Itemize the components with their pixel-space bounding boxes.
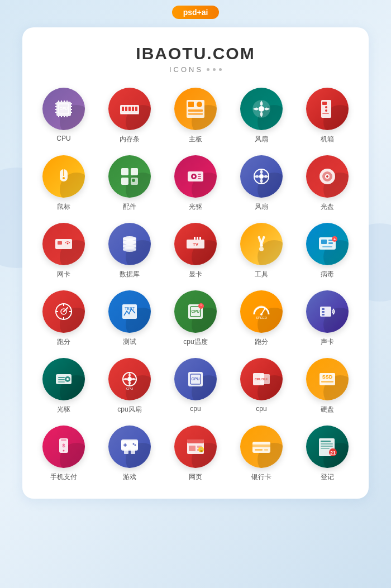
svg-text:CPU: CPU — [192, 377, 200, 381]
icon-circle-case[interactable] — [306, 88, 349, 130]
svg-rect-21 — [125, 107, 127, 111]
svg-rect-103 — [322, 311, 325, 313]
icon-item-tools: 工具 — [231, 223, 292, 279]
icon-circle-benchmark2[interactable]: SPEED — [240, 290, 283, 333]
svg-rect-43 — [131, 168, 138, 175]
icon-circle-fan2[interactable] — [240, 155, 283, 198]
icon-circle-login[interactable]: 21 — [306, 426, 349, 468]
icon-circle-cpu[interactable]: CPU — [42, 88, 85, 130]
icon-label-gpu: 显卡 — [189, 270, 202, 279]
svg-point-33 — [259, 106, 264, 112]
icon-label-mouse: 鼠标 — [57, 202, 70, 212]
card-title: IBAOTU.COM — [34, 44, 357, 63]
icon-circle-ssd[interactable]: SSD — [306, 358, 349, 400]
svg-text:SLI: SLI — [262, 377, 268, 381]
icon-label-cpufan: cpu风扇 — [117, 405, 141, 414]
icon-circle-disc[interactable] — [306, 155, 349, 198]
icon-item-login: 21登记 — [297, 426, 357, 482]
icon-label-cputemp: cpu温度 — [183, 337, 207, 347]
icon-label-disc: 光盘 — [321, 202, 334, 212]
icon-circle-motherboard[interactable] — [174, 88, 217, 130]
icon-item-test: TEST测试 — [99, 290, 160, 347]
svg-point-28 — [197, 102, 202, 107]
svg-rect-110 — [58, 381, 65, 383]
svg-text:TV: TV — [193, 242, 199, 247]
icon-circle-mobilepay[interactable]: $ — [42, 426, 85, 468]
icon-label-webpage: 网页 — [189, 472, 202, 482]
icon-item-cpu2: CPUcpu — [165, 358, 226, 414]
icon-item-game: 游戏 — [99, 426, 160, 482]
icon-circle-webpage[interactable]: 🔒 — [174, 426, 217, 468]
icon-item-cdrom: 光驱 — [165, 155, 226, 212]
icon-item-gpu: TV显卡 — [165, 223, 226, 279]
icon-circle-ram[interactable] — [108, 88, 151, 130]
icon-circle-cdrom2[interactable] — [42, 358, 85, 400]
icon-item-ssd: SSD硬盘 — [297, 358, 357, 414]
icon-item-mobilepay: $手机支付 — [34, 426, 94, 482]
svg-rect-51 — [198, 176, 201, 177]
icon-circle-gpu[interactable]: TV — [174, 223, 217, 265]
icon-circle-cdrom[interactable] — [174, 155, 217, 198]
svg-rect-80 — [328, 242, 333, 244]
svg-rect-102 — [322, 308, 325, 310]
svg-rect-131 — [125, 443, 126, 447]
svg-point-76 — [259, 247, 264, 251]
svg-rect-137 — [187, 439, 204, 443]
icon-circle-virus[interactable]: + — [306, 223, 349, 265]
icon-circle-netcard[interactable] — [42, 223, 85, 265]
svg-text:21: 21 — [330, 450, 336, 456]
icon-item-case: 机箱 — [297, 88, 357, 144]
icon-label-case: 机箱 — [321, 135, 334, 144]
icon-circle-game[interactable] — [108, 426, 151, 468]
svg-point-99 — [260, 313, 263, 315]
icon-label-login: 登记 — [321, 472, 334, 482]
svg-rect-78 — [321, 240, 327, 244]
icon-circle-cputemp[interactable]: CPU° — [174, 290, 217, 333]
icon-label-bankcard: 银行卡 — [251, 472, 271, 482]
svg-rect-35 — [322, 102, 327, 105]
icon-circle-benchmark1[interactable] — [42, 290, 85, 333]
svg-point-41 — [63, 177, 65, 179]
icon-item-benchmark1: 跑分 — [34, 290, 94, 347]
icon-item-motherboard: 主板 — [165, 88, 226, 144]
svg-rect-29 — [188, 109, 203, 112]
icon-circle-cpu2[interactable]: CPU — [174, 358, 217, 400]
svg-rect-148 — [321, 441, 331, 442]
svg-text:°: ° — [201, 304, 202, 308]
svg-point-132 — [133, 443, 135, 445]
svg-rect-108 — [58, 377, 65, 378]
icon-label-tools: 工具 — [255, 270, 268, 279]
icon-circle-cpufan[interactable]: CPU — [108, 358, 151, 400]
icon-label-cpu3: cpu — [256, 405, 266, 413]
icon-label-mobilepay: 手机支付 — [50, 472, 77, 482]
svg-rect-23 — [132, 107, 134, 111]
icon-label-virus: 病毒 — [321, 270, 334, 279]
icon-circle-bankcard[interactable] — [240, 426, 283, 468]
icon-label-fan2: 风扇 — [255, 202, 268, 212]
icon-circle-mouse[interactable] — [42, 155, 85, 198]
svg-point-127 — [63, 450, 65, 452]
icon-item-disc: 光盘 — [297, 155, 357, 212]
icon-circle-cpu3[interactable]: SLICPU — [240, 358, 283, 400]
top-badge: psd+ai — [172, 6, 220, 19]
icon-circle-tools[interactable] — [240, 223, 283, 265]
svg-rect-144 — [252, 444, 270, 447]
icon-circle-soundcard[interactable] — [306, 290, 349, 333]
svg-rect-135 — [131, 450, 135, 454]
icon-label-cpu2: cpu — [190, 405, 201, 413]
svg-rect-71 — [194, 237, 196, 240]
svg-rect-50 — [198, 174, 201, 175]
icon-item-parts: 配件 — [99, 155, 160, 212]
icon-label-benchmark1: 跑分 — [57, 337, 70, 347]
icon-item-cdrom2: 光驱 — [34, 358, 94, 414]
icons-grid: CPUCPU内存条主板风扇机箱鼠标配件光驱风扇光盘网卡数据库TV显卡工具+病毒跑… — [34, 88, 357, 482]
icon-circle-test[interactable]: TEST — [108, 290, 151, 333]
svg-rect-104 — [322, 314, 325, 315]
svg-rect-22 — [128, 107, 131, 111]
icon-circle-fan1[interactable] — [240, 88, 283, 130]
icon-circle-database[interactable] — [108, 223, 151, 265]
icon-label-soundcard: 声卡 — [321, 337, 334, 347]
icon-item-database: 数据库 — [99, 223, 160, 279]
icon-circle-parts[interactable] — [108, 155, 151, 198]
svg-text:+: + — [333, 237, 336, 242]
